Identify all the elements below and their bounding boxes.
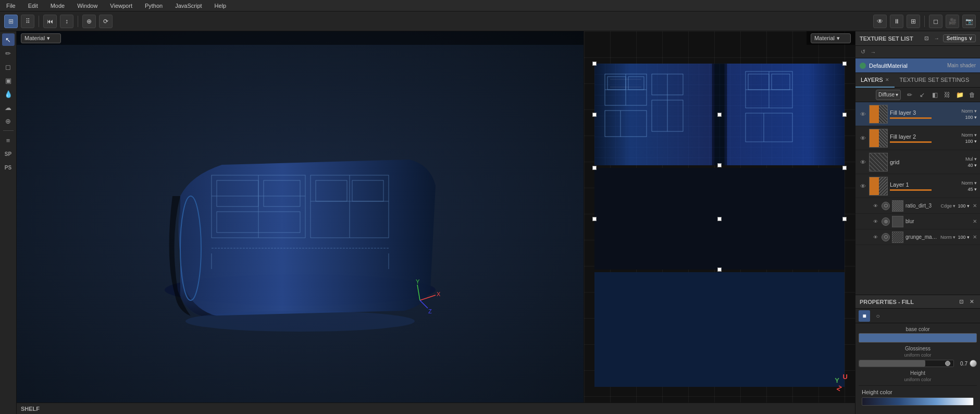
handle-mid-ml[interactable] [592,217,597,221]
layer-paint-btn[interactable]: ✏ [904,89,915,101]
layer-fill-3-eye[interactable]: 👁 [859,110,867,118]
tab-texture-set-settings[interactable]: TEXTURE SET SETTINGS [895,73,975,88]
layer-delete-btn[interactable]: 🗑 [966,89,978,101]
handle-ml[interactable] [592,113,597,117]
prop-base-color-swatch[interactable] [859,333,977,343]
layer-grid[interactable]: 👁 grid Mul ▾ 40 ▾ [855,150,980,174]
menu-javascript[interactable]: JavaScript [173,2,204,10]
layer-1[interactable]: 👁 Layer 1 Norm ▾ 45 ▾ [855,174,980,198]
handle-tl[interactable] [592,62,597,66]
sub-layer-icon-2: ◎ [882,217,890,226]
layer-grid-eye[interactable]: 👁 [859,158,867,166]
tool-camera2[interactable]: 📷 [962,15,976,28]
height-color-gradient[interactable] [862,397,974,406]
tool-fill[interactable]: ▣ [2,74,15,87]
tool-cube[interactable]: ◻ [929,15,942,28]
tool-paint[interactable]: ✏ [2,47,15,59]
prop-tab-other[interactable]: ○ [872,310,884,322]
layer-fill-3[interactable]: 👁 Fill layer 3 Norm ▾ 100 ▾ [855,102,980,126]
tool-select[interactable]: ⊞ [4,15,18,28]
sub-layer-grunge[interactable]: 👁 ⬡ grunge_map... Norm ▾ 100 ▾ ✕ [855,229,980,245]
tool-cam[interactable]: 🎥 [946,15,959,28]
height-color-label: Height color [862,389,974,395]
sub-layer-remove-2[interactable]: ✕ [973,218,977,224]
tab-layers-close[interactable]: ✕ [885,77,889,82]
sub-layer-eye-2[interactable]: 👁 [871,217,879,226]
restore-btn[interactable]: ⊡ [922,34,931,43]
sub-layer-eye-1[interactable]: 👁 [871,202,879,210]
sub-layer-ratio-dirt[interactable]: 👁 ⬡ ratio_dirt_3 Cdge ▾ 100 ▾ ✕ [855,198,980,214]
layer-mask-btn[interactable]: ◧ [929,89,940,101]
menu-edit[interactable]: Edit [26,2,40,10]
shelf-bar: SHELF [17,403,855,414]
handle-mid-bm[interactable] [717,267,722,272]
menu-viewport[interactable]: Viewport [108,2,134,10]
layer-toolbar: Diffuse ▾ ✏ ↙ ◧ ⛓ 📁 🗑 [855,88,980,102]
tool-pause[interactable]: ⏸ [890,15,903,28]
sub-layer-blur[interactable]: 👁 ◎ blur ✕ [855,214,980,229]
handle-mid-tl[interactable] [592,166,597,170]
prop-glossiness-slider-row: 0.7 [859,360,977,367]
menu-mode[interactable]: Mode [48,2,67,10]
tool-pointer[interactable]: ↖ [2,33,15,46]
sub-layer-remove-3[interactable]: ✕ [973,234,977,240]
handle-bm[interactable] [717,163,722,167]
handle-mid-mr[interactable] [842,217,847,221]
handle-tr[interactable] [842,62,847,66]
properties-fill-section: PROPERTIES - FILL ⊡ ✕ ■ ○ base color [855,295,980,414]
right-toolbar: 👁 ⏸ ⊞ ◻ 🎥 📷 [873,15,976,28]
handle-mid-center[interactable] [717,217,722,221]
blend-mode-dropdown[interactable]: Diffuse ▾ [876,90,901,100]
tool-snap[interactable]: ↕ [60,15,73,28]
prop-glossiness-value: 0.7 [956,361,967,367]
prop-tab-color[interactable]: ■ [859,310,870,322]
sub-layer-name-3: grunge_map... [905,234,938,240]
layer-folder-btn[interactable]: 📁 [954,89,965,101]
layer-thumb-color-strip [870,105,879,123]
tool-picker[interactable]: 💧 [2,88,15,100]
layer-1-eye[interactable]: 👁 [859,182,867,190]
layer-fill-2-eye[interactable]: 👁 [859,134,867,142]
tool-first[interactable]: ⏮ [43,15,57,28]
prop-glossiness-row: Glossiness uniform color 0.7 [859,346,977,367]
viewport-3d-dropdown[interactable]: Material ▾ [21,33,61,43]
texture-set-default-material[interactable]: DefaultMaterial Main shader [855,58,980,73]
layer-fill-2[interactable]: 👁 Fill layer 2 Norm ▾ 100 ▾ [855,126,980,150]
refresh-icon[interactable]: ↺ [859,48,867,56]
tool-refresh[interactable]: ⟳ [99,15,113,28]
tool-add[interactable]: ⊕ [82,15,96,28]
handle-mid-tr[interactable] [842,166,847,170]
layer-add-btn[interactable]: ↙ [916,89,928,101]
tool-ps[interactable]: PS [2,161,15,174]
handle-mr[interactable] [842,113,847,117]
tool-erase[interactable]: ◻ [2,60,15,73]
tool-grid[interactable]: ⠿ [21,15,34,28]
uv-panel-bot-bg [594,272,845,387]
settings-dropdown-btn[interactable]: Settings ∨ [943,34,976,42]
prop-glossiness-thumb[interactable] [945,361,950,366]
handle-center[interactable] [717,113,722,117]
tool-eye[interactable]: 👁 [873,15,887,28]
tool-smudge[interactable]: ☁ [2,101,15,114]
prop-glossiness-slider[interactable] [859,360,954,367]
tool-layers[interactable]: ≡ [2,134,15,147]
menu-window[interactable]: Window [75,2,100,10]
menu-python[interactable]: Python [143,2,165,10]
menu-help[interactable]: Help [213,2,229,10]
layer-fill-3-meta: Norm ▾ 100 ▾ [962,108,977,120]
tab-layers[interactable]: LAYERS ✕ [855,73,895,88]
layer-link-btn[interactable]: ⛓ [941,89,953,101]
viewport-2d-dropdown[interactable]: Material ▾ [811,33,851,43]
tool-clone[interactable]: ⊕ [2,115,15,127]
expand-btn[interactable]: → [933,34,941,43]
main-content: ↖ ✏ ◻ ▣ 💧 ☁ ⊕ ≡ SP PS Material ▾ [0,31,980,414]
menu-file[interactable]: File [4,2,18,10]
prop-base-color-label: base color [859,326,977,332]
prop-restore-btn[interactable]: ⊡ [957,298,965,306]
tool-grid2[interactable]: ⊞ [907,15,920,28]
tool-sp[interactable]: SP [2,148,15,160]
sub-layer-remove-1[interactable]: ✕ [973,203,977,209]
nav-icon[interactable]: → [869,48,877,56]
prop-close-btn[interactable]: ✕ [967,298,976,306]
sub-layer-eye-3[interactable]: 👁 [871,233,879,241]
